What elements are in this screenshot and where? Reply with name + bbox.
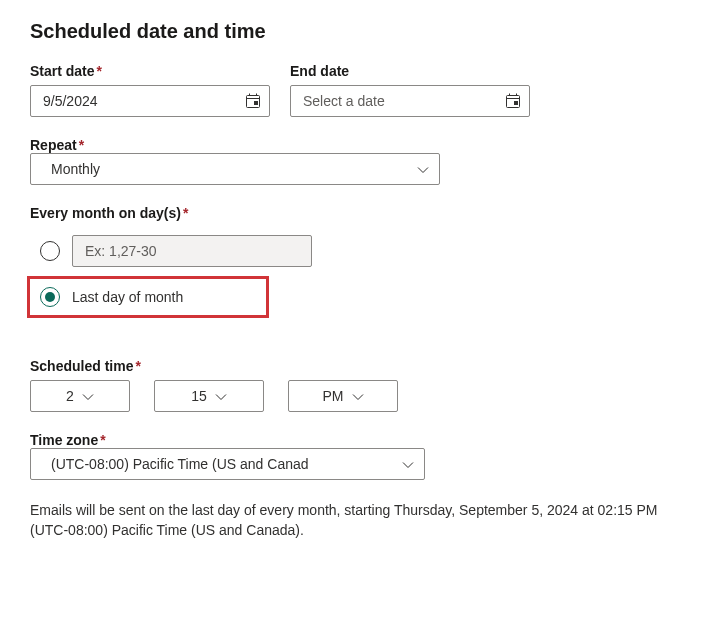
summary-text: Emails will be sent on the last day of e… xyxy=(30,500,697,540)
repeat-value: Monthly xyxy=(51,161,100,177)
start-date-label: Start date* xyxy=(30,63,270,79)
timezone-label: Time zone* xyxy=(30,432,106,448)
calendar-icon xyxy=(245,93,261,109)
chevron-down-icon xyxy=(215,390,227,402)
specific-days-radio[interactable] xyxy=(40,241,60,261)
ampm-select[interactable]: PM xyxy=(288,380,398,412)
end-date-input[interactable]: Select a date xyxy=(290,85,530,117)
scheduled-time-label: Scheduled time* xyxy=(30,358,141,374)
specific-days-input[interactable]: Ex: 1,27-30 xyxy=(72,235,312,267)
chevron-down-icon xyxy=(402,458,414,470)
timezone-value: (UTC-08:00) Pacific Time (US and Canad xyxy=(51,456,309,472)
repeat-label: Repeat* xyxy=(30,137,84,153)
svg-rect-9 xyxy=(515,102,518,105)
highlight-box: Last day of month xyxy=(27,276,269,318)
chevron-down-icon xyxy=(82,390,94,402)
section-heading: Scheduled date and time xyxy=(30,20,697,43)
end-date-placeholder: Select a date xyxy=(303,93,385,109)
start-date-input[interactable]: 9/5/2024 xyxy=(30,85,270,117)
svg-rect-4 xyxy=(255,102,258,105)
repeat-select[interactable]: Monthly xyxy=(30,153,440,185)
start-date-value: 9/5/2024 xyxy=(43,93,98,109)
timezone-select[interactable]: (UTC-08:00) Pacific Time (US and Canad xyxy=(30,448,425,480)
end-date-label: End date xyxy=(290,63,530,79)
last-day-label: Last day of month xyxy=(72,289,183,305)
hour-select[interactable]: 2 xyxy=(30,380,130,412)
minute-select[interactable]: 15 xyxy=(154,380,264,412)
calendar-icon xyxy=(505,93,521,109)
day-options-label: Every month on day(s)* xyxy=(30,205,697,221)
chevron-down-icon xyxy=(352,390,364,402)
chevron-down-icon xyxy=(417,163,429,175)
last-day-radio[interactable] xyxy=(40,287,60,307)
